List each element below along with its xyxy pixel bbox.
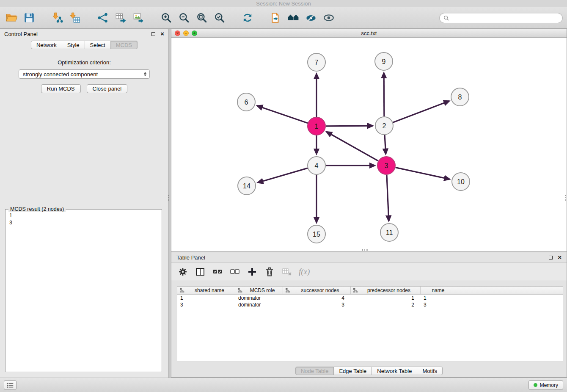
save-session-button[interactable] [22,10,36,25]
graph-edge-3-11[interactable] [387,175,389,221]
memory-label: Memory [540,382,558,388]
memory-button[interactable]: Memory [528,380,563,390]
graph-edge-1-2[interactable] [326,126,373,126]
graph-edge-3-10[interactable] [396,168,450,179]
tab-select[interactable]: Select [85,41,111,49]
close-panel-button[interactable]: Close panel [87,84,128,93]
search-box[interactable] [439,13,563,23]
cell-predecessor-nodes[interactable]: 1 [351,295,421,301]
refresh-icon [242,12,253,24]
column-icon [353,288,358,293]
zoom-fit-button[interactable] [195,10,209,25]
graph-edge-3-1[interactable] [327,132,378,161]
column-header-mcds-role[interactable]: MCDS role [235,287,283,294]
column-header-name[interactable]: name [421,287,456,294]
cell-shared-name[interactable]: 1 [177,295,235,301]
column-icon [179,288,184,293]
table-settings-button[interactable] [177,266,188,277]
window-maximize-icon[interactable]: + [192,30,197,36]
table-row[interactable]: 1 dominator 4 1 1 [177,295,563,301]
delete-row-button[interactable] [264,266,275,277]
import-network-button[interactable] [50,10,64,25]
control-panel-tabs: Network Style Select MCDS [0,41,168,49]
float-table-panel-icon[interactable] [549,256,553,259]
export-table-button[interactable] [113,10,128,25]
import-table-button[interactable] [68,10,82,25]
mcds-result-box: MCDS result (2 nodes) 1 3 [5,209,162,372]
home-layout-button[interactable] [286,10,300,25]
cell-successor-nodes[interactable]: 4 [283,295,351,301]
tab-edge-table[interactable]: Edge Table [334,367,372,375]
delete-table-button [281,266,292,277]
table-panel: Table Panel × [171,252,567,378]
tab-mcds[interactable]: MCDS [111,41,138,49]
float-panel-icon[interactable] [151,32,155,36]
network-graph[interactable]: 7968124314101511 [171,38,567,251]
export-network-button[interactable] [96,10,110,25]
cell-name[interactable]: 1 [421,295,456,301]
select-all-icon [212,267,223,277]
window-minimize-icon[interactable]: − [183,30,189,36]
deselect-all-button[interactable] [229,266,240,277]
column-header-predecessor-nodes[interactable]: predecessor nodes [351,287,421,294]
cell-mcds-role[interactable]: dominator [235,302,283,308]
right-splitter-handle[interactable] [565,195,567,201]
column-header-shared-name[interactable]: shared name [177,287,235,294]
plus-icon [247,267,257,277]
hide-graphics-details-button[interactable] [304,10,318,25]
run-mcds-button[interactable]: Run MCDS [41,84,81,93]
select-all-button[interactable] [212,266,223,277]
eye-icon [323,12,335,24]
column-header-successor-nodes[interactable]: successor nodes [283,287,351,294]
open-file-button[interactable] [4,10,19,25]
show-columns-button[interactable] [195,266,206,277]
delete-table-icon [282,267,292,277]
optimization-criterion-label: Optimization criterion: [0,59,168,66]
list-icon [6,381,15,389]
graph-node-label: 4 [315,162,319,169]
table-row[interactable]: 3 dominator 3 2 3 [177,301,563,308]
homes-icon [287,12,300,24]
graph-node-label: 2 [383,122,386,130]
import-network-icon [51,12,63,24]
refresh-view-button[interactable] [240,10,255,25]
zoom-out-icon [178,12,190,24]
tab-network-table[interactable]: Network Table [372,367,417,375]
cell-shared-name[interactable]: 3 [177,302,235,308]
cell-successor-nodes[interactable]: 3 [283,302,351,308]
function-builder-button: f(x) [299,266,310,277]
horizontal-splitter-handle[interactable] [362,249,368,251]
add-row-button[interactable] [247,266,258,277]
graph-node-label: 9 [382,58,386,65]
graph-edge-1-6[interactable] [257,106,308,123]
tab-node-table[interactable]: Node Table [295,367,334,375]
export-image-button[interactable] [131,10,146,25]
zoom-selected-button[interactable] [212,10,227,25]
graph-node-label: 14 [243,182,250,190]
tab-style[interactable]: Style [62,41,85,49]
criterion-select[interactable]: strongly connected component [19,69,150,79]
clone-network-button[interactable] [268,10,283,25]
close-panel-icon[interactable]: × [160,32,164,36]
zoom-in-button[interactable] [159,10,173,25]
task-history-button[interactable] [4,380,17,390]
graph-node-label: 11 [386,229,393,236]
graph-edge-2-8[interactable] [393,101,449,123]
cell-name[interactable]: 3 [421,302,456,308]
zoom-in-icon [160,12,172,24]
vertical-splitter-handle[interactable] [168,195,169,201]
graph-edge-4-14[interactable] [258,168,308,182]
cell-mcds-role[interactable]: dominator [235,295,283,301]
graph-edge-2-3[interactable] [385,135,385,154]
close-table-panel-icon[interactable]: × [558,255,561,259]
window-close-icon[interactable]: × [175,30,180,36]
table-panel-title: Table Panel [176,254,205,261]
graph-edge-2-9[interactable] [384,73,384,116]
tab-network[interactable]: Network [31,41,62,49]
cell-predecessor-nodes[interactable]: 2 [351,302,421,308]
search-input[interactable] [451,14,559,22]
tab-motifs[interactable]: Motifs [417,367,443,375]
zoom-out-button[interactable] [177,10,191,25]
show-graphics-details-button[interactable] [322,10,336,25]
network-canvas[interactable]: 7968124314101511 [171,38,567,251]
